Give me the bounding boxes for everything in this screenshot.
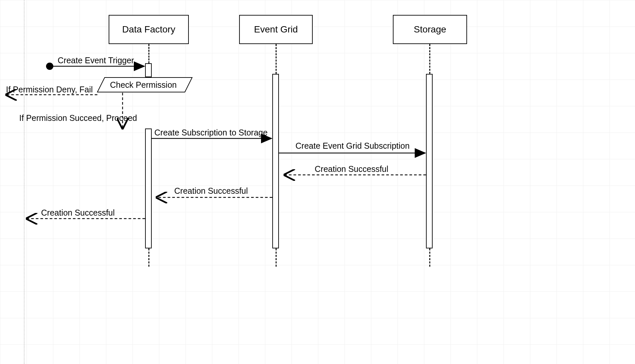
margin-guide (24, 0, 25, 364)
msg-creation-success-1: Creation Successful (315, 164, 388, 174)
activation-storage (426, 74, 433, 248)
lifeline-event-grid-top (276, 44, 277, 74)
msg-succeed-proceed: If Permission Succeed, Proceed (19, 113, 137, 123)
lifeline-data-factory-bottom (148, 248, 149, 267)
start-node (46, 63, 53, 70)
msg-create-sub-storage: Create Subscription to Storage (154, 128, 268, 137)
participant-storage: Storage (393, 15, 467, 44)
activation-event-grid (272, 74, 279, 248)
lifeline-storage-top (429, 44, 430, 74)
lifeline-storage-bottom (429, 248, 430, 267)
decision-label: Check Permission (110, 80, 177, 90)
msg-deny-fail: If Permission Deny, Fail (6, 85, 93, 94)
activation-data-factory-large (145, 129, 152, 248)
participant-data-factory: Data Factory (109, 15, 189, 44)
lifeline-data-factory-top (148, 44, 149, 63)
msg-create-eg-sub: Create Event Grid Subscription (295, 141, 410, 151)
msg-create-trigger: Create Event Trigger (58, 56, 134, 65)
msg-creation-success-2: Creation Successful (174, 186, 248, 196)
participant-event-grid: Event Grid (239, 15, 313, 44)
lifeline-event-grid-bottom (276, 248, 277, 267)
participant-label: Data Factory (122, 24, 175, 34)
participant-label: Event Grid (254, 24, 298, 34)
participant-label: Storage (414, 24, 446, 34)
diagram-arrows (0, 0, 635, 364)
msg-creation-success-3: Creation Successful (41, 208, 115, 218)
activation-data-factory-small (145, 63, 152, 77)
